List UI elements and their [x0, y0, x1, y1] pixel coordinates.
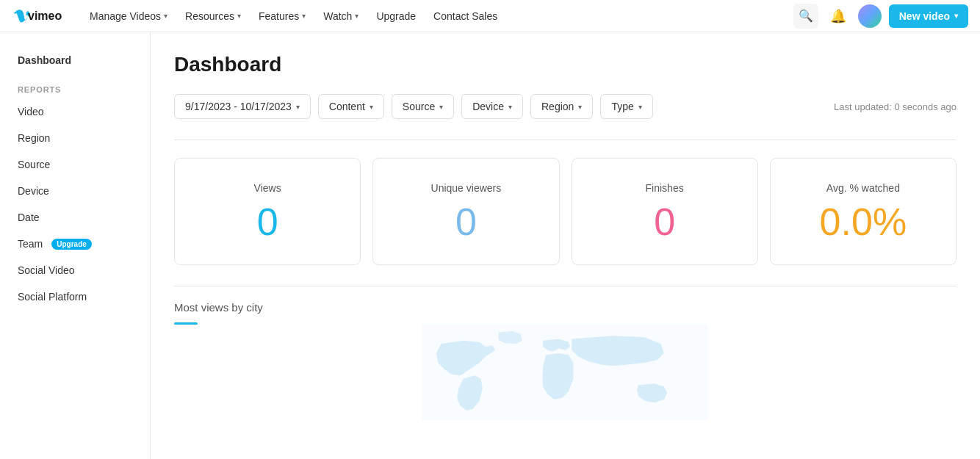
notifications-button[interactable]: 🔔 — [826, 4, 851, 29]
finishes-label: Finishes — [646, 182, 684, 194]
map-section: Most views by city — [174, 286, 956, 420]
views-card: Views 0 — [174, 158, 361, 265]
sidebar-item-date[interactable]: Date — [0, 204, 150, 231]
world-map — [174, 325, 956, 420]
sidebar-item-source[interactable]: Source — [0, 151, 150, 178]
chevron-down-icon: ▾ — [638, 103, 642, 111]
nav-right: 🔍 🔔 New video ▾ — [793, 4, 968, 29]
finishes-card: Finishes 0 — [572, 158, 758, 265]
chevron-down-icon: ▾ — [164, 12, 167, 20]
sidebar-item-social-platform[interactable]: Social Platform — [0, 283, 150, 310]
layout: Dashboard REPORTS Video Region Source De… — [0, 32, 980, 459]
svg-text:vimeo: vimeo — [28, 10, 62, 22]
sidebar-item-team[interactable]: Team Upgrade — [0, 231, 150, 257]
nav-contact-sales[interactable]: Contact Sales — [426, 6, 505, 26]
region-filter[interactable]: Region ▾ — [530, 94, 593, 119]
finishes-value: 0 — [654, 203, 675, 241]
chevron-down-icon: ▾ — [302, 12, 306, 20]
main-content: Dashboard 9/17/2023 - 10/17/2023 ▾ Conte… — [151, 32, 980, 459]
top-nav: vimeo Manage Videos ▾ Resources ▾ Featur… — [0, 0, 980, 32]
page-title: Dashboard — [174, 53, 956, 76]
sidebar-item-region[interactable]: Region — [0, 125, 150, 151]
search-button[interactable]: 🔍 — [793, 4, 818, 29]
nav-upgrade[interactable]: Upgrade — [369, 6, 423, 26]
chevron-down-icon: ▾ — [508, 103, 512, 111]
chevron-down-icon: ▾ — [578, 103, 582, 111]
avg-watched-label: Avg. % watched — [826, 182, 900, 194]
avatar[interactable] — [858, 4, 882, 28]
vimeo-logo[interactable]: vimeo — [12, 9, 65, 24]
upgrade-badge[interactable]: Upgrade — [51, 239, 92, 250]
avg-watched-value: 0.0% — [820, 203, 907, 241]
reports-section-label: REPORTS — [0, 73, 150, 98]
content-filter[interactable]: Content ▾ — [318, 94, 384, 119]
date-range-filter[interactable]: 9/17/2023 - 10/17/2023 ▾ — [174, 94, 311, 119]
nav-resources[interactable]: Resources ▾ — [178, 6, 248, 26]
search-icon: 🔍 — [799, 9, 813, 23]
bell-icon: 🔔 — [830, 8, 846, 24]
map-container — [174, 325, 956, 420]
source-filter[interactable]: Source ▾ — [392, 94, 454, 119]
views-label: Views — [254, 182, 281, 194]
chevron-down-icon: ▾ — [296, 103, 300, 111]
chevron-down-icon: ▾ — [439, 103, 443, 111]
nav-watch[interactable]: Watch ▾ — [316, 6, 366, 26]
sidebar-item-social-video[interactable]: Social Video — [0, 257, 150, 283]
nav-features[interactable]: Features ▾ — [251, 6, 313, 26]
device-filter[interactable]: Device ▾ — [461, 94, 523, 119]
filter-bar: 9/17/2023 - 10/17/2023 ▾ Content ▾ Sourc… — [174, 94, 956, 119]
map-section-title: Most views by city — [174, 301, 956, 314]
last-updated: Last updated: 0 seconds ago — [834, 101, 956, 112]
chevron-down-icon: ▾ — [237, 12, 241, 20]
avg-watched-card: Avg. % watched 0.0% — [770, 158, 956, 265]
sidebar-item-dashboard[interactable]: Dashboard — [0, 47, 150, 73]
views-value: 0 — [257, 203, 278, 241]
sidebar: Dashboard REPORTS Video Region Source De… — [0, 32, 151, 459]
stats-row: Views 0 Unique viewers 0 Finishes 0 Avg.… — [174, 158, 956, 265]
sidebar-item-device[interactable]: Device — [0, 178, 150, 204]
nav-items: Manage Videos ▾ Resources ▾ Features ▾ W… — [82, 6, 793, 26]
nav-manage-videos[interactable]: Manage Videos ▾ — [82, 6, 175, 26]
sidebar-item-video[interactable]: Video — [0, 98, 150, 125]
unique-viewers-card: Unique viewers 0 — [372, 158, 559, 265]
chevron-down-icon: ▾ — [370, 103, 373, 111]
chevron-down-icon: ▾ — [355, 12, 359, 20]
unique-viewers-value: 0 — [455, 203, 477, 241]
chevron-down-icon: ▾ — [954, 12, 958, 20]
type-filter[interactable]: Type ▾ — [600, 94, 652, 119]
unique-viewers-label: Unique viewers — [431, 182, 502, 194]
new-video-button[interactable]: New video ▾ — [889, 4, 968, 28]
